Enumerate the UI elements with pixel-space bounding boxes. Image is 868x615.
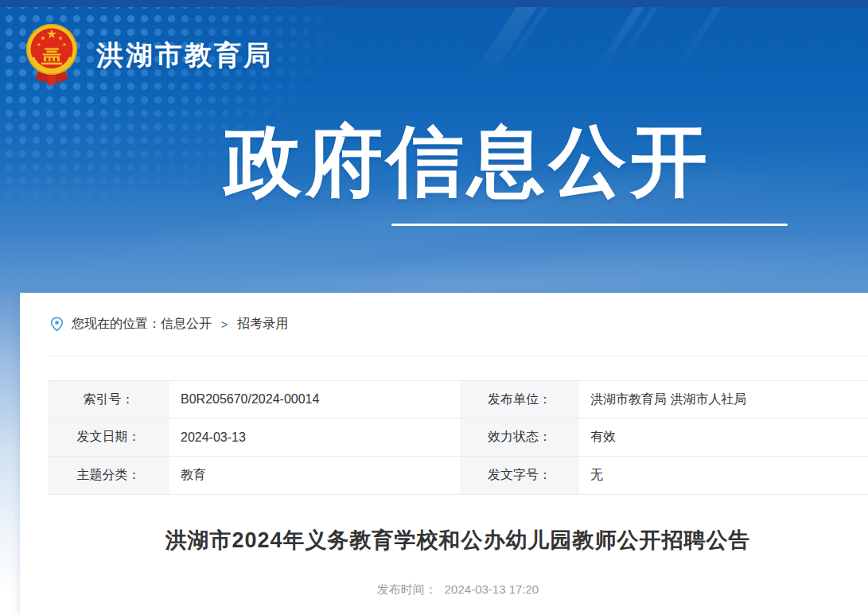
breadcrumb-separator: > xyxy=(221,318,228,331)
meta-label-doc-number: 发文字号： xyxy=(460,457,579,495)
meta-label-validity: 效力状态： xyxy=(460,418,579,457)
document-meta-table: 索引号： B0R205670/2024-00014 发布单位： 洪湖市教育局 洪… xyxy=(48,380,868,495)
meta-label-publish-unit: 发布单位： xyxy=(460,380,579,418)
site-brand[interactable]: 洪湖市教育局 xyxy=(21,21,273,87)
meta-value-validity: 有效 xyxy=(579,418,868,457)
meta-value-index-number: B0R205670/2024-00014 xyxy=(169,380,460,418)
org-name: 洪湖市教育局 xyxy=(96,37,273,74)
publish-time: 发布时间：2024-03-13 17:20 xyxy=(48,582,868,597)
meta-value-issue-date: 2024-03-13 xyxy=(169,418,460,457)
top-strip xyxy=(0,0,868,7)
breadcrumb-prefix: 您现在的位置： xyxy=(72,316,161,333)
meta-label-issue-date: 发文日期： xyxy=(48,418,169,457)
publish-time-value: 2024-03-13 17:20 xyxy=(445,582,539,596)
breadcrumb-link-recruitment[interactable]: 招考录用 xyxy=(237,316,288,333)
national-emblem-icon xyxy=(21,21,82,87)
breadcrumb: 您现在的位置： 信息公开 > 招考录用 xyxy=(50,316,288,333)
breadcrumb-link-info-disclosure[interactable]: 信息公开 xyxy=(161,316,212,333)
meta-value-topic-category: 教育 xyxy=(169,457,460,495)
article-title: 洪湖市2024年义务教育学校和公办幼儿园教师公开招聘公告 xyxy=(48,526,868,555)
banner-title-underline xyxy=(391,224,788,226)
breadcrumb-divider xyxy=(48,356,868,356)
meta-label-topic-category: 主题分类： xyxy=(48,457,169,495)
page: 洪湖市教育局 政府信息公开 您现在的位置： 信息公开 > 招考录用 索引号： B… xyxy=(0,0,868,615)
meta-value-publish-unit: 洪湖市教育局 洪湖市人社局 xyxy=(579,380,868,418)
banner-title: 政府信息公开 xyxy=(224,119,711,205)
meta-label-index-number: 索引号： xyxy=(48,380,169,418)
location-pin-icon xyxy=(50,317,64,332)
publish-time-label: 发布时间： xyxy=(377,582,437,596)
banner: 洪湖市教育局 政府信息公开 xyxy=(0,7,868,294)
content-card: 您现在的位置： 信息公开 > 招考录用 索引号： B0R205670/2024-… xyxy=(20,293,868,615)
meta-value-doc-number: 无 xyxy=(579,457,868,495)
